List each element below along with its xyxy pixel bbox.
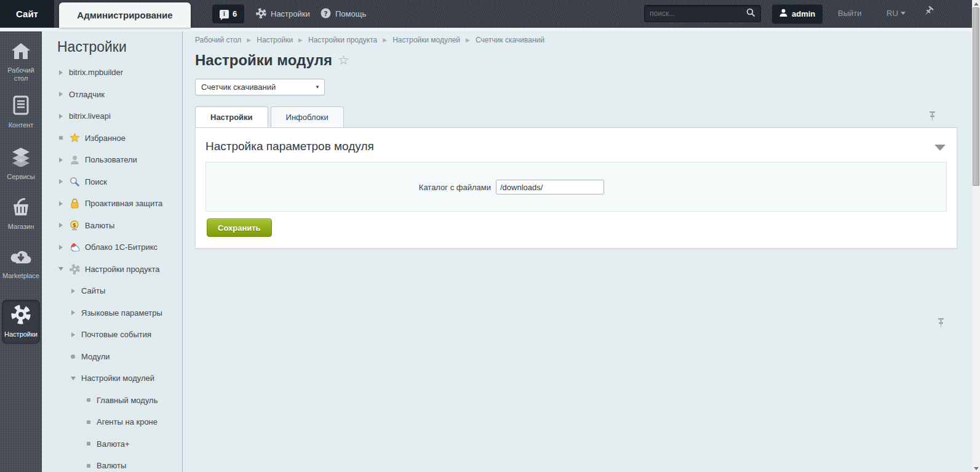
- sidebar-item-label: bitrix.liveapi: [69, 111, 111, 121]
- sidebar-item-label: Настройки модулей: [81, 374, 154, 383]
- notifications-button[interactable]: i 6: [212, 4, 244, 23]
- sidebar-item-языковые-параметры[interactable]: Языковые параметры: [42, 302, 183, 324]
- tab-bar: НастройкиИнфоблоки: [195, 106, 346, 127]
- breadcrumb-separator-icon: ▶: [466, 37, 470, 43]
- logout-link[interactable]: Выйти: [838, 9, 862, 18]
- save-button[interactable]: Сохранить: [207, 218, 272, 237]
- bullet-icon: [85, 420, 92, 424]
- sidebar-item-агенты-на-кроне[interactable]: Агенты на кроне: [42, 411, 183, 433]
- sidebar-item-label: Облако 1С-Битрикс: [85, 242, 157, 252]
- currency-icon: $: [69, 220, 80, 231]
- admin-tab[interactable]: Администрирование: [59, 2, 191, 28]
- rail-item-label: Контент: [9, 121, 34, 129]
- sidebar-item-почтовые-события[interactable]: Почтовые события: [42, 324, 183, 346]
- scroll-up-icon[interactable]: [972, 0, 980, 7]
- breadcrumb-link[interactable]: Настройки модулей: [392, 36, 460, 44]
- sidebar-item-валюты[interactable]: $Валюты: [42, 215, 183, 237]
- sidebar-item-label: Пользователи: [85, 155, 137, 164]
- rail-item-контент[interactable]: Контент: [0, 90, 42, 129]
- sidebar-menu: bitrix.mpbuilderОтладчикbitrix.liveapiИз…: [42, 62, 183, 472]
- sidebar-item-настройки-модулей[interactable]: Настройки модулей: [42, 367, 183, 390]
- rail-item-label: Marketplace: [2, 272, 39, 280]
- topbar-help-label: Помощь: [335, 9, 366, 18]
- page-title-text: Настройки модуля: [195, 52, 332, 69]
- module-select-value: Счетчик скачиваний: [201, 82, 276, 92]
- topbar-pin-icon[interactable]: [919, 4, 935, 21]
- breadcrumb-link[interactable]: Счетчик скачиваний: [476, 36, 544, 44]
- sidebar-item-валюты[interactable]: Валюты: [42, 455, 183, 472]
- user-menu-button[interactable]: admin: [772, 4, 823, 23]
- site-tab[interactable]: Сайт: [0, 0, 54, 28]
- scroll-down-icon[interactable]: [972, 465, 980, 472]
- sidebar-item-label: Главный модуль: [97, 396, 157, 405]
- expand-arrow-icon: [70, 332, 76, 337]
- sidebar-item-label: Модули: [81, 352, 110, 361]
- bullet-icon: [85, 442, 92, 446]
- select-arrow-icon: ▼: [311, 79, 324, 95]
- module-select[interactable]: Счетчик скачиваний ▼: [195, 79, 325, 95]
- sidebar-item-пользователи[interactable]: Пользователи: [42, 149, 183, 171]
- user-name: admin: [792, 9, 815, 18]
- topbar-help-button[interactable]: ? Помощь: [321, 0, 366, 28]
- breadcrumb-link[interactable]: Настройки: [257, 36, 293, 44]
- rail-item-label: Настройки: [4, 330, 38, 338]
- topbar-highlight-strip: [0, 28, 972, 31]
- breadcrumb-link[interactable]: Настройки продукта: [308, 36, 377, 44]
- notifications-count: 6: [233, 9, 237, 18]
- sidebar-item-валюта+[interactable]: Валюта+: [42, 433, 183, 455]
- sidebar-item-облако-1с-битрикс[interactable]: Облако 1С-Битрикс: [42, 236, 183, 258]
- tab-инфоблоки[interactable]: Инфоблоки: [271, 106, 344, 127]
- rail-item-label: Сервисы: [7, 173, 35, 181]
- sidebar-item-bitrix.liveapi[interactable]: bitrix.liveapi: [42, 105, 183, 127]
- sidebar-item-проактивная-защита[interactable]: Проактивная защита: [42, 193, 183, 215]
- expand-arrow-icon: [57, 245, 64, 250]
- sidebar-item-label: Избранное: [85, 134, 125, 143]
- search-input[interactable]: [650, 9, 746, 18]
- gear-gray-icon: [69, 263, 80, 274]
- expand-arrow-icon: [57, 158, 64, 162]
- sidebar-item-отладчик[interactable]: Отладчик: [42, 84, 183, 106]
- collapse-section-icon[interactable]: [934, 145, 946, 151]
- sidebar-item-модули[interactable]: Модули: [42, 346, 183, 368]
- rail-item-label: Рабочий стол: [0, 66, 42, 82]
- rail-item-магазин[interactable]: Магазин: [0, 193, 42, 231]
- sidebar-item-label: Сайты: [81, 286, 105, 295]
- language-selector[interactable]: RU: [886, 9, 906, 18]
- sidebar-item-label: bitrix.mpbuilder: [69, 68, 123, 77]
- downloads-path-input[interactable]: [496, 180, 604, 194]
- expand-arrow-icon: [57, 70, 64, 75]
- favorite-star-icon[interactable]: ☆: [338, 53, 349, 68]
- sidebar-item-bitrix.mpbuilder[interactable]: bitrix.mpbuilder: [42, 62, 183, 84]
- search-icon[interactable]: [746, 8, 755, 20]
- rail-item-рабочий-стол[interactable]: Рабочий стол: [0, 37, 42, 82]
- expand-arrow-icon: [57, 92, 64, 97]
- form-pin-icon[interactable]: [936, 318, 946, 332]
- sidebar-item-сайты[interactable]: Сайты: [42, 280, 183, 302]
- rail-item-marketplace[interactable]: Marketplace: [0, 244, 42, 280]
- bullet-icon: [70, 354, 76, 359]
- topbar-settings-button[interactable]: Настройки: [256, 0, 310, 28]
- section-title: Настройка параметров модуля: [205, 140, 374, 153]
- basket-icon: [10, 198, 31, 219]
- breadcrumb-link[interactable]: Рабочий стол: [195, 36, 241, 44]
- svg-text:$: $: [73, 222, 76, 228]
- sidebar-item-label: Почтовые события: [81, 330, 151, 339]
- sidebar-item-избранное[interactable]: Избранное: [42, 127, 183, 150]
- breadcrumb: Рабочий стол▶Настройки▶Настройки продукт…: [195, 36, 544, 44]
- sidebar-item-главный-модуль[interactable]: Главный модуль: [42, 390, 183, 412]
- topbar-search: [644, 5, 761, 22]
- field-label: Каталог с файлами: [206, 183, 496, 192]
- rail-item-настройки[interactable]: Настройки: [2, 300, 40, 344]
- vertical-scrollbar[interactable]: [972, 0, 980, 472]
- sidebar-item-настройки-продукта[interactable]: Настройки продукта: [42, 258, 183, 281]
- expand-arrow-icon: [57, 114, 64, 119]
- sidebar-item-поиск[interactable]: Поиск: [42, 171, 183, 193]
- settings-sidebar: Настройки bitrix.mpbuilderОтладчикbitrix…: [42, 31, 183, 472]
- breadcrumb-separator-icon: ▶: [383, 37, 387, 43]
- topbar-settings-label: Настройки: [271, 9, 310, 18]
- scrollbar-thumb[interactable]: [973, 7, 979, 186]
- rail-item-сервисы[interactable]: Сервисы: [0, 142, 42, 181]
- sidebar-item-label: Языковые параметры: [81, 308, 162, 318]
- tab-настройки[interactable]: Настройки: [195, 106, 268, 127]
- tabs-pin-icon[interactable]: [928, 111, 937, 125]
